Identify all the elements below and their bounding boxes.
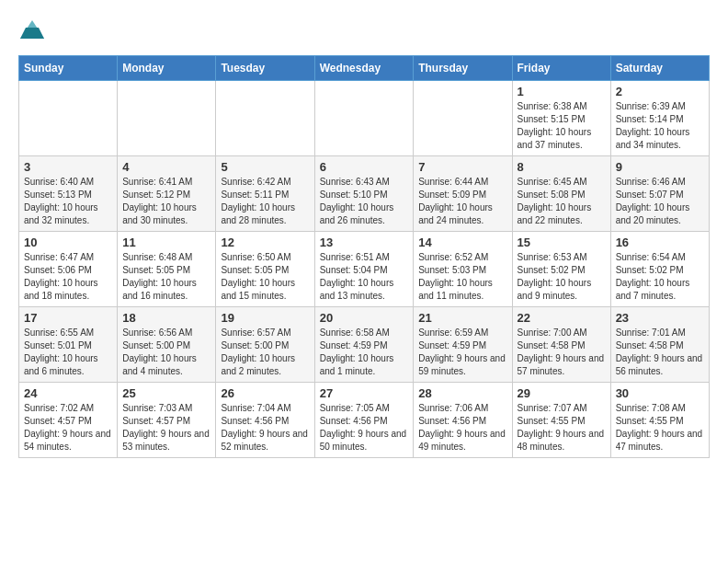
day-number: 4	[122, 160, 210, 174]
weekday-header: Friday	[512, 56, 610, 81]
calendar-day-cell: 18Sunrise: 6:56 AM Sunset: 5:00 PM Dayli…	[118, 307, 216, 383]
calendar-day-cell: 11Sunrise: 6:48 AM Sunset: 5:05 PM Dayli…	[118, 232, 216, 307]
day-info: Sunrise: 6:40 AM Sunset: 5:13 PM Dayligh…	[24, 176, 112, 227]
day-number: 10	[24, 236, 112, 249]
day-info: Sunrise: 6:52 AM Sunset: 5:03 PM Dayligh…	[418, 251, 506, 303]
calendar-day-cell: 26Sunrise: 7:04 AM Sunset: 4:56 PM Dayli…	[216, 383, 314, 458]
calendar-day-cell: 6Sunrise: 6:43 AM Sunset: 5:10 PM Daylig…	[314, 156, 414, 232]
day-number: 11	[122, 236, 210, 249]
calendar-day-cell: 20Sunrise: 6:58 AM Sunset: 4:59 PM Dayli…	[314, 307, 414, 383]
calendar-day-cell: 23Sunrise: 7:01 AM Sunset: 4:58 PM Dayli…	[610, 307, 709, 383]
day-number: 17	[24, 311, 112, 325]
calendar-week-row: 24Sunrise: 7:02 AM Sunset: 4:57 PM Dayli…	[19, 383, 710, 458]
calendar-day-cell: 21Sunrise: 6:59 AM Sunset: 4:59 PM Dayli…	[414, 307, 512, 383]
day-info: Sunrise: 7:06 AM Sunset: 4:56 PM Dayligh…	[418, 402, 506, 454]
weekday-header: Thursday	[414, 56, 512, 81]
weekday-header: Sunday	[19, 56, 118, 81]
day-number: 19	[221, 311, 309, 325]
day-info: Sunrise: 7:08 AM Sunset: 4:55 PM Dayligh…	[616, 402, 704, 454]
day-info: Sunrise: 6:47 AM Sunset: 5:06 PM Dayligh…	[24, 251, 112, 303]
day-number: 18	[122, 311, 210, 325]
day-number: 16	[616, 236, 704, 249]
calendar-day-cell: 28Sunrise: 7:06 AM Sunset: 4:56 PM Dayli…	[414, 383, 512, 458]
calendar-day-cell: 19Sunrise: 6:57 AM Sunset: 5:00 PM Dayli…	[216, 307, 314, 383]
day-info: Sunrise: 6:50 AM Sunset: 5:05 PM Dayligh…	[221, 251, 309, 303]
calendar-day-cell: 13Sunrise: 6:51 AM Sunset: 5:04 PM Dayli…	[314, 232, 414, 307]
day-info: Sunrise: 6:43 AM Sunset: 5:10 PM Dayligh…	[320, 176, 409, 227]
day-number: 26	[221, 386, 309, 400]
svg-marker-2	[20, 28, 44, 39]
day-info: Sunrise: 6:38 AM Sunset: 5:15 PM Dayligh…	[518, 100, 606, 152]
day-info: Sunrise: 6:56 AM Sunset: 5:00 PM Dayligh…	[122, 327, 210, 378]
day-number: 27	[320, 386, 409, 400]
day-number: 15	[518, 236, 606, 249]
calendar-day-cell: 17Sunrise: 6:55 AM Sunset: 5:01 PM Dayli…	[19, 307, 118, 383]
calendar-day-cell: 22Sunrise: 7:00 AM Sunset: 4:58 PM Dayli…	[512, 307, 610, 383]
calendar-day-cell: 7Sunrise: 6:44 AM Sunset: 5:09 PM Daylig…	[414, 156, 512, 232]
weekday-header: Monday	[118, 56, 216, 81]
day-info: Sunrise: 7:05 AM Sunset: 4:56 PM Dayligh…	[320, 402, 409, 454]
calendar-day-cell: 24Sunrise: 7:02 AM Sunset: 4:57 PM Dayli…	[19, 383, 118, 458]
day-number: 21	[418, 311, 506, 325]
calendar-week-row: 1Sunrise: 6:38 AM Sunset: 5:15 PM Daylig…	[19, 81, 710, 156]
calendar-day-cell: 27Sunrise: 7:05 AM Sunset: 4:56 PM Dayli…	[314, 383, 414, 458]
day-info: Sunrise: 7:01 AM Sunset: 4:58 PM Dayligh…	[616, 327, 704, 378]
calendar-day-cell: 15Sunrise: 6:53 AM Sunset: 5:02 PM Dayli…	[512, 232, 610, 307]
day-number: 8	[518, 160, 606, 174]
day-number: 20	[320, 311, 409, 325]
day-info: Sunrise: 6:45 AM Sunset: 5:08 PM Dayligh…	[518, 176, 606, 227]
day-number: 7	[418, 160, 506, 174]
day-number: 2	[616, 85, 704, 98]
calendar-day-cell: 10Sunrise: 6:47 AM Sunset: 5:06 PM Dayli…	[19, 232, 118, 307]
calendar-day-cell	[118, 81, 216, 156]
day-number: 23	[616, 311, 704, 325]
day-number: 5	[221, 160, 309, 174]
day-number: 6	[320, 160, 409, 174]
day-info: Sunrise: 6:57 AM Sunset: 5:00 PM Dayligh…	[221, 327, 309, 378]
day-info: Sunrise: 6:48 AM Sunset: 5:05 PM Dayligh…	[122, 251, 210, 303]
day-number: 22	[518, 311, 606, 325]
day-info: Sunrise: 6:55 AM Sunset: 5:01 PM Dayligh…	[24, 327, 112, 378]
day-number: 13	[320, 236, 409, 249]
day-number: 9	[616, 160, 704, 174]
day-info: Sunrise: 6:44 AM Sunset: 5:09 PM Dayligh…	[418, 176, 506, 227]
calendar-day-cell: 29Sunrise: 7:07 AM Sunset: 4:55 PM Dayli…	[512, 383, 610, 458]
calendar-week-row: 10Sunrise: 6:47 AM Sunset: 5:06 PM Dayli…	[19, 232, 710, 307]
page-header	[18, 18, 710, 46]
day-number: 24	[24, 386, 112, 400]
calendar-day-cell: 2Sunrise: 6:39 AM Sunset: 5:14 PM Daylig…	[610, 81, 709, 156]
calendar-day-cell: 14Sunrise: 6:52 AM Sunset: 5:03 PM Dayli…	[414, 232, 512, 307]
logo-icon	[18, 18, 46, 46]
day-number: 1	[518, 85, 606, 98]
day-number: 3	[24, 160, 112, 174]
calendar-week-row: 3Sunrise: 6:40 AM Sunset: 5:13 PM Daylig…	[19, 156, 710, 232]
weekday-header: Saturday	[610, 56, 709, 81]
calendar-table: SundayMondayTuesdayWednesdayThursdayFrid…	[18, 55, 710, 458]
day-info: Sunrise: 6:58 AM Sunset: 4:59 PM Dayligh…	[320, 327, 409, 378]
day-info: Sunrise: 7:07 AM Sunset: 4:55 PM Dayligh…	[518, 402, 606, 454]
calendar-day-cell: 30Sunrise: 7:08 AM Sunset: 4:55 PM Dayli…	[610, 383, 709, 458]
calendar-day-cell: 3Sunrise: 6:40 AM Sunset: 5:13 PM Daylig…	[19, 156, 118, 232]
weekday-header: Wednesday	[314, 56, 414, 81]
calendar-week-row: 17Sunrise: 6:55 AM Sunset: 5:01 PM Dayli…	[19, 307, 710, 383]
day-info: Sunrise: 6:54 AM Sunset: 5:02 PM Dayligh…	[616, 251, 704, 303]
day-info: Sunrise: 7:00 AM Sunset: 4:58 PM Dayligh…	[518, 327, 606, 378]
day-info: Sunrise: 6:42 AM Sunset: 5:11 PM Dayligh…	[221, 176, 309, 227]
day-number: 14	[418, 236, 506, 249]
calendar-day-cell: 1Sunrise: 6:38 AM Sunset: 5:15 PM Daylig…	[512, 81, 610, 156]
calendar-day-cell	[19, 81, 118, 156]
calendar-day-cell	[414, 81, 512, 156]
calendar-day-cell	[314, 81, 414, 156]
day-info: Sunrise: 6:46 AM Sunset: 5:07 PM Dayligh…	[616, 176, 704, 227]
day-info: Sunrise: 6:39 AM Sunset: 5:14 PM Dayligh…	[616, 100, 704, 152]
calendar-day-cell: 8Sunrise: 6:45 AM Sunset: 5:08 PM Daylig…	[512, 156, 610, 232]
day-info: Sunrise: 6:41 AM Sunset: 5:12 PM Dayligh…	[122, 176, 210, 227]
day-info: Sunrise: 6:53 AM Sunset: 5:02 PM Dayligh…	[518, 251, 606, 303]
day-number: 30	[616, 386, 704, 400]
day-number: 29	[518, 386, 606, 400]
day-info: Sunrise: 6:51 AM Sunset: 5:04 PM Dayligh…	[320, 251, 409, 303]
calendar-day-cell: 4Sunrise: 6:41 AM Sunset: 5:12 PM Daylig…	[118, 156, 216, 232]
calendar-day-cell: 16Sunrise: 6:54 AM Sunset: 5:02 PM Dayli…	[610, 232, 709, 307]
day-info: Sunrise: 7:03 AM Sunset: 4:57 PM Dayligh…	[122, 402, 210, 454]
logo	[18, 18, 50, 46]
